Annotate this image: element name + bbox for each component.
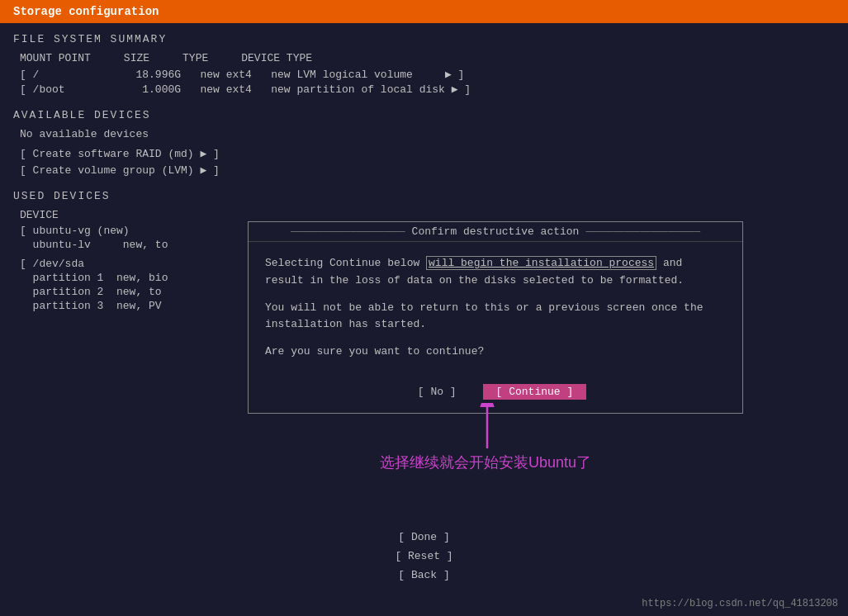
- col-size: SIZE: [124, 52, 149, 64]
- modal-highlight: will begin the installation process: [426, 256, 656, 270]
- back-button[interactable]: [ Back ]: [385, 567, 462, 583]
- modal-line1-before: Selecting Continue below: [265, 257, 426, 269]
- used-section-header: USED DEVICES: [13, 190, 835, 202]
- modal-line4: Are you sure you want to continue?: [265, 344, 726, 361]
- arrow-icon: [462, 403, 528, 453]
- create-raid-link[interactable]: [ Create software RAID (md) ▶ ]: [20, 147, 835, 160]
- available-section: AVAILABLE DEVICES No available devices […: [13, 109, 835, 177]
- confirm-dialog: Confirm destructive action Selecting Con…: [248, 221, 743, 414]
- col-device-type: DEVICE TYPE: [241, 52, 312, 64]
- reset-button[interactable]: [ Reset ]: [381, 548, 466, 564]
- fs-section-header: FILE SYSTEM SUMMARY: [13, 33, 835, 45]
- watermark: https://blog.csdn.net/qq_41813208: [642, 598, 838, 609]
- col-type: TYPE: [182, 52, 208, 64]
- bottom-buttons: [ Done ] [ Reset ] [ Back ]: [0, 529, 848, 583]
- col-mount: MOUNT POINT: [20, 52, 91, 64]
- modal-line2: result in the loss of data on the disks …: [265, 274, 684, 287]
- title-text: Storage configuration: [13, 5, 159, 18]
- create-lvm-link[interactable]: [ Create volume group (LVM) ▶ ]: [20, 163, 835, 177]
- fs-row-root-text: [ / 18.996G new ext4 new LVM logical vol…: [20, 68, 464, 81]
- annotation-text: 选择继续就会开始安装Ubuntu了: [380, 453, 591, 472]
- fs-row-boot[interactable]: [ /boot 1.000G new ext4 new partition of…: [20, 83, 835, 96]
- modal-title-bar: Confirm destructive action: [249, 222, 742, 242]
- fs-table-header: MOUNT POINT SIZE TYPE DEVICE TYPE: [20, 52, 835, 64]
- modal-line3: You will not be able to return to this o…: [265, 300, 726, 334]
- continue-button[interactable]: [ Continue ]: [483, 384, 587, 400]
- available-section-header: AVAILABLE DEVICES: [13, 109, 835, 121]
- fs-table: MOUNT POINT SIZE TYPE DEVICE TYPE [ / 18…: [20, 52, 835, 96]
- used-device-column-header: DEVICE: [20, 209, 835, 221]
- no-devices-text: No available devices: [20, 128, 835, 140]
- fs-row-boot-text: [ /boot 1.000G new ext4 new partition of…: [20, 83, 471, 96]
- no-button[interactable]: [ No ]: [405, 384, 470, 400]
- modal-title-text: Confirm destructive action: [412, 225, 580, 238]
- main-content: FILE SYSTEM SUMMARY MOUNT POINT SIZE TYP…: [0, 23, 848, 616]
- done-button[interactable]: [ Done ]: [385, 529, 462, 545]
- title-bar: Storage configuration: [0, 0, 848, 23]
- modal-body: Selecting Continue below will begin the …: [249, 242, 742, 384]
- modal-line1: Selecting Continue below will begin the …: [265, 255, 726, 290]
- fs-row-root[interactable]: [ / 18.996G new ext4 new LVM logical vol…: [20, 68, 835, 81]
- modal-line1-after: and: [656, 257, 682, 269]
